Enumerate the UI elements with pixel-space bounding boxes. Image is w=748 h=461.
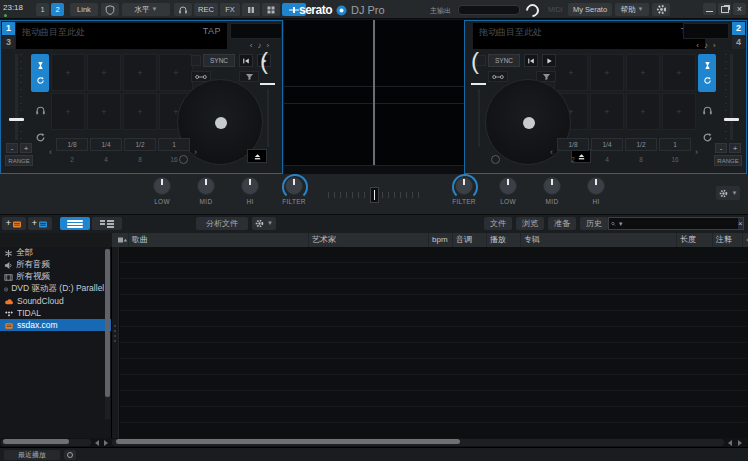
pitch-handle[interactable] <box>260 83 275 85</box>
cue-pad[interactable]: + <box>87 93 121 130</box>
hi-knob[interactable]: HI <box>228 177 272 205</box>
range-button[interactable]: RANGE <box>714 155 742 166</box>
sync-button[interactable]: SYNC <box>488 54 520 67</box>
track-list-rows[interactable] <box>120 247 748 438</box>
hi-knob[interactable]: HI <box>574 177 618 205</box>
column-artist[interactable]: 艺术家 <box>308 233 428 247</box>
scroll-left-arrow[interactable] <box>93 439 101 446</box>
headphone-cue-icon[interactable] <box>698 101 716 119</box>
help-dropdown[interactable]: 帮助▼ <box>615 3 649 16</box>
cue-pad[interactable]: + <box>590 93 624 130</box>
scroll-right-arrow[interactable] <box>736 439 744 446</box>
clear-search-icon[interactable]: × <box>738 218 743 229</box>
prev-track-button[interactable]: ‹ <box>696 41 699 50</box>
sync-off-button[interactable] <box>191 55 201 66</box>
column-song[interactable]: 歌曲 <box>128 233 308 247</box>
cue-pad[interactable]: + <box>662 54 696 91</box>
dvs-shield-icon[interactable] <box>101 3 119 16</box>
mid-knob[interactable]: MID <box>530 177 574 205</box>
add-smart-crate-button[interactable]: + <box>28 217 52 230</box>
pad-mode-buttons[interactable] <box>31 54 49 92</box>
cue-pad[interactable]: + <box>51 54 85 91</box>
cue-pad[interactable]: + <box>590 54 624 91</box>
loop-length-button[interactable]: 4 <box>591 153 623 166</box>
collapse-columns-arrow[interactable] <box>742 233 748 247</box>
sidebar-item-dvd-drive[interactable]: DVD 驱动器 (D:) Parallel <box>0 283 111 295</box>
waveform-display[interactable] <box>284 20 464 174</box>
sidebar-item-tidal[interactable]: TIDAL <box>0 307 111 319</box>
analyze-files-button[interactable]: 分析文件 <box>196 217 248 230</box>
pad-grid-icon[interactable] <box>262 3 280 16</box>
status-circle-icon[interactable] <box>64 450 76 460</box>
cue-headphones-icon[interactable] <box>174 3 192 16</box>
sidebar-hscrollbar-thumb[interactable] <box>3 439 69 444</box>
crossfader[interactable] <box>328 187 420 203</box>
loop-halve-arrow[interactable]: ‹ <box>47 147 54 157</box>
link-button[interactable]: Link <box>70 3 98 16</box>
loop-length-button[interactable]: 2 <box>56 153 88 166</box>
loop-length-button[interactable]: 16 <box>659 153 691 166</box>
loop-repeat-icon[interactable] <box>698 128 716 146</box>
tempo-slider[interactable] <box>9 54 23 140</box>
cue-pad[interactable]: + <box>87 54 121 91</box>
close-button[interactable]: × <box>733 3 746 15</box>
loop-length-button[interactable]: 8 <box>625 153 657 166</box>
cue-pad[interactable]: + <box>626 93 660 130</box>
tempo-slider[interactable] <box>724 54 738 140</box>
panel-tab-prepare[interactable]: 准备 <box>548 217 576 230</box>
deck-tab-active[interactable]: 2 <box>732 22 745 35</box>
pad-mode-buttons[interactable] <box>698 54 716 92</box>
loop-length-button[interactable]: 1/8 <box>557 138 589 151</box>
sync-button[interactable]: SYNC <box>203 54 235 67</box>
sidebar-item-all-audio[interactable]: 所有音频 <box>0 259 111 271</box>
pitch-indicator[interactable]: ( <box>469 51 491 155</box>
search-input[interactable] <box>624 218 738 229</box>
low-knob[interactable]: LOW <box>140 177 184 205</box>
cue-previous-button[interactable] <box>524 54 538 67</box>
deck-tab-alt[interactable]: 3 <box>2 36 15 49</box>
deck-tab-alt[interactable]: 4 <box>732 36 745 49</box>
column-plays[interactable]: 播放 <box>486 233 520 247</box>
prev-track-button[interactable]: ‹ <box>250 41 253 50</box>
sidebar-scrollbar-thumb[interactable] <box>105 249 110 397</box>
cue-pad[interactable]: + <box>51 93 85 130</box>
pitch-indicator[interactable]: ( <box>258 51 280 155</box>
range-button[interactable]: RANGE <box>5 155 33 166</box>
mid-knob[interactable]: MID <box>184 177 228 205</box>
sidebar-item-soundcloud[interactable]: SoundCloud <box>0 295 111 307</box>
loop-length-button[interactable]: 4 <box>90 153 122 166</box>
cue-previous-button[interactable] <box>239 54 253 67</box>
deck-tab-active[interactable]: 1 <box>2 22 15 35</box>
preview-column-icon[interactable] <box>112 233 128 247</box>
loop-double-arrow[interactable]: › <box>693 147 700 157</box>
search-box[interactable]: ▼ × <box>608 217 744 230</box>
master-output-meter[interactable] <box>458 5 520 15</box>
play-button[interactable] <box>542 54 556 67</box>
library-hscrollbar-thumb[interactable] <box>116 439 460 444</box>
sidebar-item-ssdax-selected[interactable]: ssdax.com <box>0 319 111 331</box>
loop-length-button[interactable]: 1/8 <box>56 138 88 151</box>
recently-played-button[interactable]: 最近播放 <box>4 450 60 460</box>
sidebar-item-all-video[interactable]: 所有视频 <box>0 271 111 283</box>
column-bpm[interactable]: bpm <box>428 233 452 247</box>
sidebar-scrollbar[interactable] <box>105 249 110 419</box>
loop-length-button[interactable]: 1 <box>659 138 691 151</box>
column-album[interactable]: 专辑 <box>520 233 676 247</box>
cue-pad[interactable]: + <box>626 54 660 91</box>
track-title-display[interactable]: 拖动曲目至此处 TAP <box>16 23 227 49</box>
tempo-slider-handle[interactable] <box>724 118 739 121</box>
loop-length-button[interactable]: 1/2 <box>625 138 657 151</box>
headphone-cue-icon[interactable] <box>31 101 49 119</box>
rec-button[interactable]: REC <box>194 3 218 16</box>
minus-button[interactable]: - <box>715 143 727 153</box>
scroll-left-arrow[interactable] <box>726 439 734 446</box>
view-vertical-button[interactable] <box>92 217 122 230</box>
library-vertical-scrollbar[interactable] <box>112 247 119 438</box>
view-horizontal-button[interactable] <box>60 217 90 230</box>
midi-button[interactable]: MIDI <box>548 6 563 13</box>
column-key[interactable]: 音调 <box>452 233 486 247</box>
loop-length-button[interactable]: 1 <box>158 138 190 151</box>
panel-tab-files[interactable]: 文件 <box>484 217 512 230</box>
column-comment[interactable]: 注释 <box>712 233 742 247</box>
tap-tempo-button[interactable]: TAP <box>203 26 221 36</box>
